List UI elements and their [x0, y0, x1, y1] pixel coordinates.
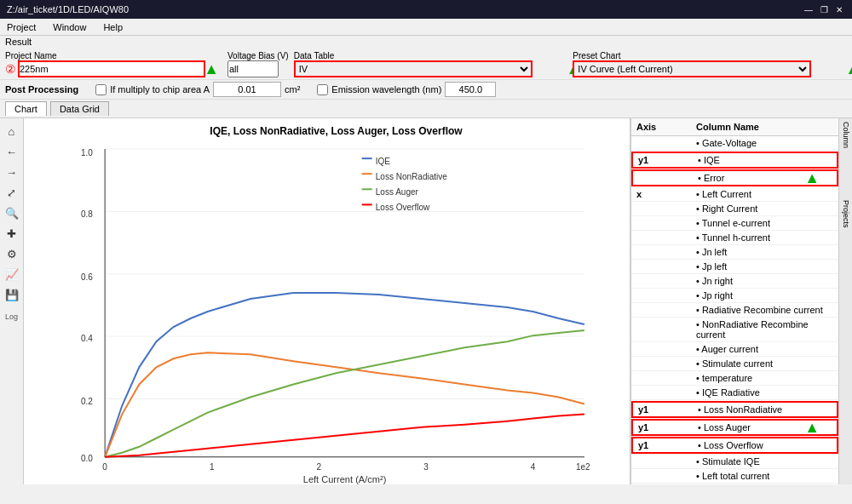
- axis-gate-voltage: [636, 138, 696, 148]
- axis-tunnel-h: [636, 232, 696, 243]
- col-stimulate: • Stimulate current: [696, 358, 833, 369]
- svg-text:Loss Overflow: Loss Overflow: [376, 203, 430, 212]
- result-label: Result: [5, 37, 32, 47]
- left-toolbar: ⌂ ← → ⤢ 🔍 ✚ ⚙ 📈 💾 Log: [0, 118, 24, 484]
- row-left-total[interactable]: • Left total current: [631, 469, 838, 484]
- maximize-button[interactable]: ❐: [818, 3, 830, 15]
- result-section: Result: [0, 36, 852, 48]
- menu-window[interactable]: Window: [49, 22, 89, 32]
- row-iqe-radiative[interactable]: • IQE Radiative: [631, 386, 838, 400]
- row-right-current[interactable]: • Right Current: [631, 202, 838, 216]
- svg-text:1.0: 1.0: [81, 148, 93, 158]
- post-processing-row: Post Processing If multiply to chip area…: [0, 80, 852, 100]
- svg-text:IQE: IQE: [376, 157, 391, 166]
- add-button[interactable]: ✚: [3, 224, 21, 243]
- preset-chart-select[interactable]: IV Curve (Left Current): [573, 60, 811, 77]
- chip-area-label: If multiply to chip area A: [110, 84, 210, 94]
- preset-arrow-icon: ▲: [845, 60, 852, 78]
- col-temperature: • temperature: [696, 373, 833, 383]
- row-jn-right[interactable]: • Jn right: [631, 274, 838, 289]
- row-loss-nonradiative[interactable]: y1 • Loss NonRadiative: [631, 401, 838, 418]
- col-auger: • Auger current: [696, 344, 833, 354]
- col-jn-right: • Jn right: [696, 276, 833, 286]
- settings-button[interactable]: ⚙: [3, 244, 21, 263]
- column-name-header: Column Name: [696, 122, 833, 132]
- row-nonradiative[interactable]: • NonRadiative Recombine current: [631, 318, 838, 342]
- emission-group: Emission wavelength (nm): [317, 82, 496, 97]
- project-name-icon: ②: [5, 62, 16, 76]
- menu-bar: Project Window Help: [0, 19, 852, 36]
- axis-error: [638, 173, 698, 183]
- menu-project[interactable]: Project: [3, 22, 39, 32]
- home-button[interactable]: ⌂: [3, 122, 21, 140]
- zoom-button[interactable]: 🔍: [3, 203, 21, 222]
- close-button[interactable]: ✕: [833, 3, 845, 15]
- axis-right-current: [636, 203, 696, 214]
- row-jp-left[interactable]: • Jp left: [631, 260, 838, 274]
- back-button[interactable]: ←: [3, 142, 21, 161]
- chip-area-checkbox[interactable]: [95, 84, 106, 95]
- row-loss-overflow[interactable]: y1 • Loss Overflow: [631, 437, 838, 454]
- voltage-bias-input[interactable]: [227, 60, 279, 77]
- data-table-label: Data Table: [294, 51, 568, 60]
- row-stimulate-iqe[interactable]: • Stimulate IQE: [631, 455, 838, 469]
- svg-rect-27: [362, 203, 372, 205]
- chart-title: IQE, Loss NonRadiative, Loss Auger, Loss…: [49, 125, 623, 137]
- col-nonradiative: • NonRadiative Recombine current: [696, 319, 833, 340]
- menu-help[interactable]: Help: [100, 22, 126, 32]
- error-arrow: ▲: [804, 169, 820, 187]
- row-left-current[interactable]: x • Left Current: [631, 187, 838, 202]
- row-tunnel-h[interactable]: • Tunnel h-current: [631, 231, 838, 245]
- row-iqe[interactable]: y1 • IQE: [631, 152, 838, 169]
- forward-button[interactable]: →: [3, 163, 21, 181]
- row-jp-right[interactable]: • Jp right: [631, 289, 838, 303]
- data-table-select[interactable]: IV: [294, 60, 532, 77]
- row-auger[interactable]: • Auger current: [631, 342, 838, 357]
- row-gate-voltage[interactable]: • Gate-Voltage: [631, 136, 838, 151]
- col-jp-left: • Jp left: [696, 261, 833, 272]
- chart-button[interactable]: 📈: [3, 265, 21, 284]
- col-iqe-radiative: • IQE Radiative: [696, 387, 833, 398]
- col-tunnel-e: • Tunnel e-current: [696, 218, 833, 228]
- row-temperature[interactable]: • temperature: [631, 371, 838, 386]
- svg-text:1e2: 1e2: [576, 462, 590, 472]
- axis-nonradiative: [636, 319, 696, 340]
- axis-header: Axis: [636, 122, 696, 132]
- svg-text:Loss Auger: Loss Auger: [376, 187, 419, 197]
- row-error[interactable]: • Error ▲: [631, 169, 838, 186]
- save-button[interactable]: 💾: [3, 285, 21, 304]
- svg-text:0.2: 0.2: [81, 397, 93, 406]
- chart-svg: y 1.0 0.8 0.6 0.4 0.2 0.0 0 1 2: [49, 140, 623, 466]
- window-title: Z:/air_ticket/1D/LED/AIQW80: [7, 4, 803, 14]
- minimize-button[interactable]: —: [803, 3, 815, 15]
- row-jn-left[interactable]: • Jn left: [631, 245, 838, 260]
- row-loss-auger[interactable]: y1 • Loss Auger ▲: [631, 419, 838, 436]
- column-tab[interactable]: Column: [842, 122, 850, 148]
- svg-rect-25: [362, 188, 372, 190]
- right-panel-content: Axis Column Name • Gate-Voltage y1 • IQE…: [631, 118, 852, 484]
- axis-iqe: y1: [638, 155, 698, 165]
- wavelength-value[interactable]: [445, 82, 496, 97]
- voltage-bias-group: Voltage Bias (V): [227, 51, 289, 77]
- svg-text:4: 4: [531, 462, 536, 472]
- project-arrow-icon: ▲: [204, 60, 219, 78]
- tab-chart[interactable]: Chart: [5, 101, 47, 116]
- chip-area-value[interactable]: [213, 82, 281, 97]
- col-jn-left: • Jn left: [696, 247, 833, 257]
- row-stimulate[interactable]: • Stimulate current: [631, 357, 838, 371]
- window-controls: — ❐ ✕: [803, 3, 845, 15]
- chip-area-group: If multiply to chip area A cm²: [95, 82, 300, 97]
- project-name-input[interactable]: [18, 60, 205, 77]
- expand-button[interactable]: ⤢: [3, 183, 21, 202]
- emission-checkbox[interactable]: [317, 84, 328, 95]
- tab-data-grid[interactable]: Data Grid: [50, 101, 109, 116]
- row-tunnel-e[interactable]: • Tunnel e-current: [631, 216, 838, 231]
- panel-header: Axis Column Name: [631, 118, 838, 136]
- tabs-row: Chart Data Grid: [0, 100, 852, 118]
- svg-text:Loss NonRadiative: Loss NonRadiative: [376, 172, 448, 181]
- projects-tab[interactable]: Projects: [842, 200, 850, 228]
- row-right-total[interactable]: • Right total current: [631, 484, 838, 484]
- col-tunnel-h: • Tunnel h-current: [696, 232, 833, 243]
- row-radiative[interactable]: • Radiative Recombine current: [631, 303, 838, 318]
- loss-auger-arrow: ▲: [804, 419, 820, 437]
